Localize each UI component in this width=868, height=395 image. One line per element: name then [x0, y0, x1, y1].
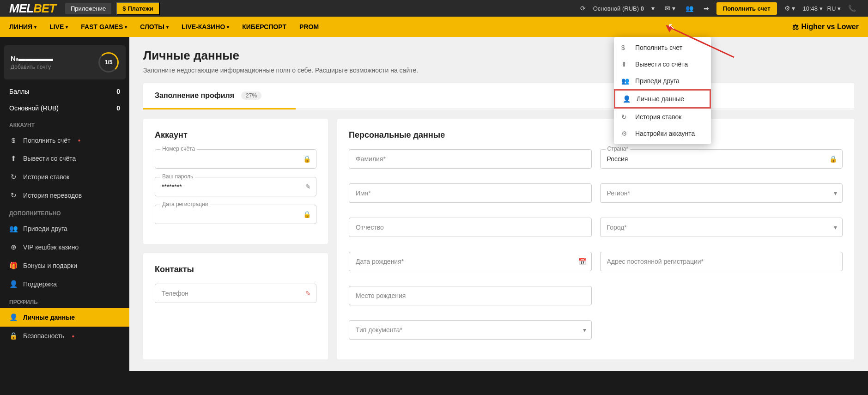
nav-slots[interactable]: СЛОТЫ ▾	[140, 23, 169, 30]
nav-line[interactable]: ЛИНИЯ ▾	[9, 23, 36, 30]
nav-live[interactable]: LIVE ▾	[49, 23, 68, 30]
chevron-down-icon: ▾	[227, 24, 229, 30]
password-input[interactable]	[155, 177, 316, 196]
svg-marker-1	[666, 25, 673, 32]
user-id: №▬▬▬▬▬	[11, 55, 53, 62]
user-dropdown: $Пополнить счет ⬆Вывести со счёта 👥Приве…	[614, 37, 711, 144]
nav-promo[interactable]: PROM	[299, 23, 319, 30]
personal-card: Персональные данные Страна* 🔒 ▾ ▾ 📅	[337, 119, 854, 359]
sidebar-refer[interactable]: 👥Приведи друга	[0, 219, 129, 238]
edit-icon[interactable]: ✎	[305, 290, 311, 297]
tab-card: Заполнение профиля 27%	[143, 83, 854, 109]
sidebar-transfer-history[interactable]: ↻История переводов	[0, 186, 129, 205]
page-subtitle: Заполните недостающие информационные пол…	[143, 67, 854, 74]
sidebar-bet-history[interactable]: ↻История ставок	[0, 168, 129, 186]
balance-row-main: Основной (RUB)0	[0, 100, 129, 116]
sidebar-vip[interactable]: ⊛VIP кешбэк казино	[0, 238, 129, 256]
user-icon: 👤	[9, 313, 18, 322]
logo[interactable]: MELBET	[9, 1, 56, 16]
section-profile: ПРОФИЛЬ	[0, 293, 129, 308]
users-icon: 👥	[9, 225, 18, 233]
chevron-down-icon: ▾	[834, 189, 837, 197]
content: Личные данные Заполните недостающие инфо…	[129, 37, 868, 371]
regdate-label: Дата регистрации	[160, 201, 210, 207]
phone-input[interactable]	[155, 284, 316, 303]
deposit-button[interactable]: Пополнить счет	[716, 2, 777, 15]
user-add-icon[interactable]: 👥	[683, 5, 696, 12]
clock-label: 10:48 ▾	[802, 5, 822, 12]
sidebar-personal[interactable]: 👤Личные данные	[0, 308, 129, 327]
dropdown-history[interactable]: ↻История ставок	[614, 109, 711, 125]
scales-icon: ⚖	[792, 23, 799, 31]
account-number-input	[155, 149, 316, 169]
dropdown-deposit[interactable]: $Пополнить счет	[614, 39, 711, 56]
sidebar-support[interactable]: 👤Поддержка	[0, 275, 129, 293]
address-input[interactable]	[600, 252, 843, 271]
progress-ring: 1/5	[98, 52, 119, 73]
dollar-icon: $	[122, 5, 126, 12]
upload-icon: ⬆	[621, 61, 630, 68]
chevron-down-icon[interactable]: ▾	[649, 5, 657, 12]
lock-icon: 🔒	[9, 332, 18, 340]
edit-icon[interactable]: ✎	[305, 183, 311, 190]
tab-underline	[143, 108, 296, 109]
app-button[interactable]: Приложение	[65, 3, 111, 14]
regdate-input	[155, 205, 316, 224]
name-input[interactable]	[349, 183, 592, 203]
chevron-down-icon: ▾	[66, 24, 68, 30]
add-email-link[interactable]: Добавить почту	[11, 64, 53, 70]
nav-livecasino[interactable]: LIVE-КАЗИНО ▾	[182, 23, 229, 30]
lock-icon: 🔒	[303, 155, 311, 163]
dollar-icon: $	[621, 44, 630, 51]
gear-icon[interactable]: ⚙ ▾	[782, 5, 798, 12]
warning-icon: ●	[78, 138, 81, 143]
chevron-down-icon: ▾	[125, 24, 127, 30]
city-select[interactable]	[600, 218, 843, 237]
section-account: АККАУНТ	[0, 116, 129, 131]
nav-fastgames[interactable]: FAST GAMES ▾	[81, 23, 127, 30]
personal-card-title: Персональные данные	[349, 130, 843, 140]
lock-icon: 🔒	[829, 155, 837, 163]
chevron-down-icon: ▾	[166, 24, 169, 30]
refresh-icon[interactable]: ⟳	[577, 5, 589, 12]
sidebar-security[interactable]: 🔒Безопасность●	[0, 327, 129, 345]
nav-higher-lower[interactable]: ⚖ Higher vs Lower	[792, 23, 859, 31]
gear-icon: ⚙	[621, 130, 630, 137]
password-label: Ваш пароль	[160, 173, 195, 180]
history-icon: ↻	[9, 191, 18, 200]
lock-icon: 🔒	[303, 211, 311, 218]
nav-esports[interactable]: КИБЕРСПОРТ	[242, 23, 286, 30]
surname-input[interactable]	[349, 149, 592, 169]
account-number-label: Номер счёта	[160, 146, 197, 152]
balance-label[interactable]: Основной (RUB) 0	[593, 5, 644, 12]
phone-icon[interactable]: 📞	[845, 5, 859, 12]
mail-icon[interactable]: ✉ ▾	[662, 5, 678, 12]
lang-selector[interactable]: RU ▾	[827, 5, 841, 12]
chevron-down-icon: ▾	[583, 326, 586, 334]
account-card: Аккаунт Номер счёта 🔒 Ваш пароль ✎ Дата …	[143, 119, 328, 244]
birthdate-input[interactable]	[349, 252, 592, 271]
sidebar-bonuses[interactable]: 🎁Бонусы и подарки	[0, 256, 129, 275]
chevron-down-icon: ▾	[34, 24, 36, 30]
calendar-icon[interactable]: 📅	[578, 258, 586, 265]
payments-button[interactable]: $ Платежи	[116, 2, 160, 15]
sidebar-withdraw[interactable]: ⬆Вывести со счёта	[0, 149, 129, 168]
tab-profile-completion[interactable]: Заполнение профиля	[155, 91, 234, 100]
birthplace-input[interactable]	[349, 286, 592, 305]
sidebar-deposit[interactable]: $Пополнить счёт●	[0, 131, 129, 149]
region-select[interactable]	[600, 183, 843, 203]
logout-icon[interactable]: ➡	[701, 5, 712, 12]
sidebar: №▬▬▬▬▬ Добавить почту 1/5 Баллы0 Основно…	[0, 37, 129, 371]
users-icon: 👥	[621, 77, 630, 85]
history-icon: ↻	[9, 173, 18, 181]
dropdown-refer[interactable]: 👥Приведи друга	[614, 73, 711, 89]
dropdown-settings[interactable]: ⚙Настройки аккаунта	[614, 125, 711, 142]
doctype-select[interactable]	[349, 320, 592, 340]
dropdown-personal[interactable]: 👤Личные данные	[614, 89, 711, 109]
user-box[interactable]: №▬▬▬▬▬ Добавить почту 1/5	[4, 45, 126, 79]
chevron-down-icon: ▾	[834, 224, 837, 231]
user-icon: 👤	[623, 95, 631, 103]
dropdown-withdraw[interactable]: ⬆Вывести со счёта	[614, 56, 711, 73]
patronymic-input[interactable]	[349, 218, 592, 237]
dollar-icon: $	[9, 136, 18, 144]
